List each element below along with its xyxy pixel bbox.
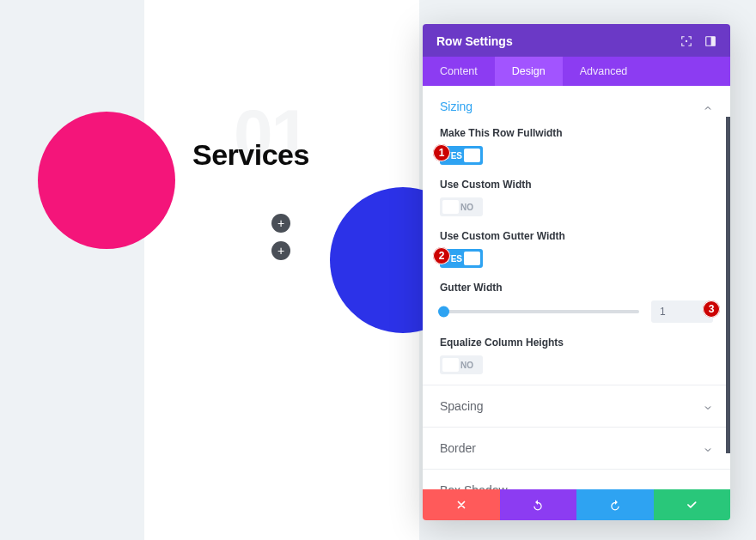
panel-title: Row Settings (436, 34, 513, 48)
field-gutter-width: Gutter Width 1 3 (440, 276, 713, 331)
section-box-shadow[interactable]: Box Shadow (423, 469, 730, 489)
field-custom-width: Use Custom Width NO (440, 173, 713, 225)
tab-content[interactable]: Content (423, 57, 495, 86)
pink-circle-shape (38, 112, 175, 249)
section-title: Border (440, 441, 476, 455)
slider-thumb[interactable] (438, 306, 449, 318)
annotation-badge: 2 (433, 247, 450, 264)
svg-point-0 (686, 40, 687, 42)
field-label: Use Custom Gutter Width (440, 230, 713, 242)
focus-icon[interactable] (680, 35, 692, 47)
chevron-up-icon (703, 101, 713, 112)
field-fullwidth: Make This Row Fullwidth YES 1 (440, 122, 713, 173)
save-button[interactable] (654, 489, 731, 520)
panel-header: Row Settings (423, 24, 730, 57)
toggle-knob (464, 149, 480, 162)
field-label: Use Custom Width (440, 179, 713, 191)
toggle-knob (464, 252, 480, 265)
slider-row: 1 (440, 300, 713, 323)
toggle-equalize[interactable]: NO (440, 355, 483, 374)
page-canvas: 01 Services + + (144, 0, 419, 540)
tab-advanced[interactable]: Advanced (563, 57, 645, 86)
chevron-down-icon (703, 401, 713, 411)
close-icon (455, 499, 467, 511)
panel-body: Sizing Make This Row Fullwidth YES 1 Use… (423, 86, 730, 489)
field-equalize: Equalize Column Heights NO (440, 331, 713, 383)
svg-rect-2 (711, 37, 716, 46)
header-icon-group (680, 35, 716, 47)
cancel-button[interactable] (423, 489, 500, 520)
add-button[interactable]: + (271, 241, 290, 260)
chevron-down-icon (703, 443, 713, 453)
section-spacing[interactable]: Spacing (423, 385, 730, 427)
field-label: Equalize Column Heights (440, 337, 713, 349)
field-label: Gutter Width (440, 282, 713, 294)
row-settings-panel: Row Settings Content Design Advanced Siz… (423, 24, 730, 520)
panel-footer (423, 489, 730, 520)
tab-design[interactable]: Design (495, 57, 563, 86)
annotation-badge: 1 (433, 144, 450, 161)
undo-button[interactable] (500, 489, 577, 520)
gutter-slider[interactable] (440, 310, 639, 313)
section-title: Spacing (440, 399, 484, 413)
toggle-knob (442, 358, 459, 372)
chevron-down-icon (703, 485, 713, 489)
undo-icon (532, 499, 544, 511)
redo-button[interactable] (576, 489, 654, 520)
panel-tabs: Content Design Advanced (423, 57, 730, 86)
section-border[interactable]: Border (423, 427, 730, 469)
section-title: Sizing (440, 100, 472, 113)
toggle-custom-width[interactable]: NO (440, 197, 483, 216)
scrollbar[interactable] (726, 117, 730, 453)
field-custom-gutter: Use Custom Gutter Width YES 2 (440, 225, 713, 276)
section-title: Box Shadow (440, 483, 508, 489)
section-header-sizing[interactable]: Sizing (440, 98, 713, 122)
expand-icon[interactable] (704, 35, 716, 47)
add-button[interactable]: + (271, 214, 290, 233)
section-sizing: Sizing Make This Row Fullwidth YES 1 Use… (423, 86, 730, 385)
redo-icon (609, 499, 621, 511)
check-icon (686, 499, 698, 511)
field-label: Make This Row Fullwidth (440, 127, 713, 139)
annotation-badge: 3 (703, 300, 720, 318)
services-heading: Services (192, 138, 309, 172)
toggle-knob (442, 200, 459, 214)
